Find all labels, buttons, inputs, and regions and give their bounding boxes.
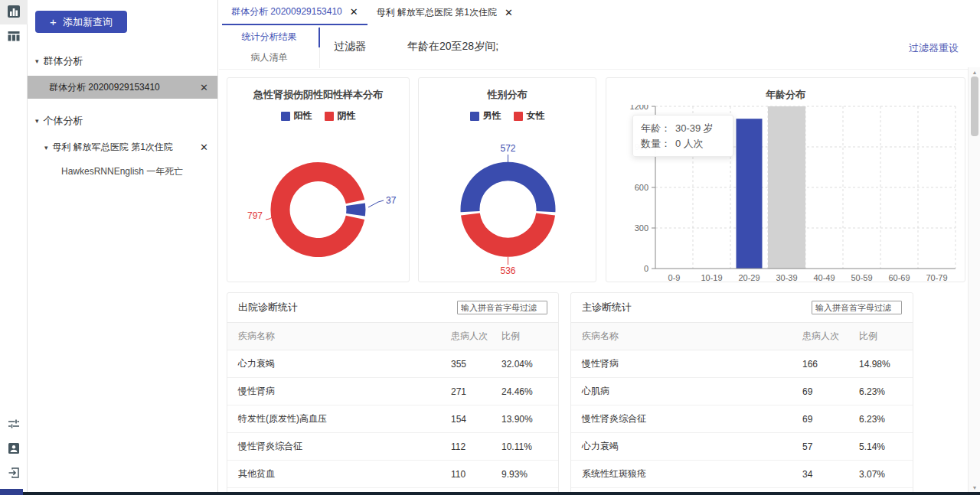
svg-text:10-19: 10-19 — [701, 273, 722, 282]
scroll-down-arrow-icon[interactable]: ▼ — [969, 483, 980, 492]
svg-text:0-9: 0-9 — [668, 273, 681, 282]
chart-title: 急性肾损伤阴性阳性样本分布 — [227, 88, 409, 102]
icon-rail — [0, 0, 28, 495]
donut-slice-female[interactable] — [461, 213, 555, 257]
tree-item-query[interactable]: 群体分析 20200929153410 ✕ — [28, 76, 217, 99]
tab-bar: 群体分析 20200929153410 ✕ 母利 解放军总医院 第1次住院 ✕ — [219, 0, 980, 25]
tab-label: 母利 解放军总医院 第1次住院 — [377, 6, 497, 19]
legend-item-negative[interactable]: 阴性 — [325, 109, 356, 122]
svg-text:40-49: 40-49 — [813, 273, 835, 282]
tree-group-label: 个体分析 — [44, 114, 83, 128]
logout-icon — [7, 466, 21, 482]
table-header-row: 疾病名称 患病人次 比例 — [227, 322, 558, 350]
close-icon[interactable]: ✕ — [505, 8, 513, 18]
table-row[interactable]: 特发性(原发性)高血压 154 13.90% — [227, 405, 558, 433]
filter-reset-link[interactable]: 过滤器重设 — [909, 41, 959, 55]
aki-donut-chart[interactable]: 37 797 — [227, 122, 409, 282]
pinyin-filter-input[interactable] — [812, 301, 902, 314]
legend-item-male[interactable]: 男性 — [470, 109, 501, 122]
svg-text:70-79: 70-79 — [926, 273, 947, 282]
filter-label: 过滤器 — [334, 40, 366, 54]
tab-label: 群体分析 20200929153410 — [231, 5, 342, 18]
table-row[interactable]: 慢性肾炎综合征 69 6.23% — [571, 405, 913, 433]
gender-distribution-card: 性别分布 男性 女性 572 536 — [418, 77, 596, 282]
bar-20-29[interactable] — [737, 119, 763, 269]
tree-item-model[interactable]: HawkesRNNEnglish 一年死亡 — [28, 159, 217, 178]
tooltip-value: 30-39 岁 — [675, 121, 714, 136]
legend-item-positive[interactable]: 阳性 — [281, 109, 312, 122]
svg-text:50-59: 50-59 — [851, 273, 872, 282]
vertical-scrollbar[interactable]: ▲ ▼ — [968, 67, 980, 492]
tooltip-label: 数量： — [641, 136, 671, 151]
account-nav[interactable] — [0, 437, 28, 461]
chevron-down-icon: ▾ — [44, 144, 48, 151]
table-row[interactable]: 心力衰竭 57 5.14% — [571, 433, 913, 461]
svg-text:30-39: 30-39 — [776, 273, 797, 282]
table-header-row: 疾病名称 患病人次 比例 — [571, 322, 913, 350]
data-columns-nav[interactable] — [0, 24, 28, 49]
table-title: 出院诊断统计 — [238, 301, 298, 314]
logout-nav[interactable] — [0, 461, 28, 486]
add-query-label: 添加新查询 — [63, 15, 113, 29]
subtab-patient-list[interactable]: 病人清单 — [219, 47, 319, 68]
chart-tooltip: 年龄： 30-39 岁 数量： 0 人次 — [632, 115, 733, 157]
chart-title: 性别分布 — [419, 88, 596, 102]
table-row[interactable]: 心肌病 69 6.23% — [571, 378, 913, 405]
svg-text:600: 600 — [635, 183, 648, 192]
scroll-up-arrow-icon[interactable]: ▲ — [969, 67, 980, 77]
table-row[interactable]: 心力衰竭 355 32.04% — [227, 350, 558, 378]
legend-swatch — [281, 112, 290, 121]
legend-item-female[interactable]: 女性 — [514, 109, 545, 122]
chart-title: 年龄分布 — [606, 88, 965, 102]
table-row[interactable]: 系统性红斑狼疮 34 3.07% — [571, 461, 913, 488]
tree-group-individual[interactable]: ▾ 个体分析 — [28, 109, 217, 132]
primary-diagnosis-card: 主诊断统计 疾病名称 患病人次 比例 慢性肾病 166 14.98% 心肌病 6… — [570, 292, 913, 492]
add-query-button[interactable]: + 添加新查询 — [35, 11, 127, 33]
sub-tabs: 统计分析结果 病人清单 — [219, 27, 320, 68]
age-distribution-card: 年龄分布 — [606, 77, 965, 282]
subtab-statistics[interactable]: 统计分析结果 — [219, 27, 319, 47]
donut-slice-positive[interactable] — [346, 203, 365, 216]
col-patient-count: 患病人次 — [451, 330, 501, 343]
table-row[interactable]: 慢性肾炎综合征 112 10.11% — [227, 433, 558, 461]
table-row[interactable]: 慢性肾病 166 14.98% — [571, 350, 913, 378]
active-subtab-indicator — [318, 28, 320, 47]
pinyin-filter-input[interactable] — [457, 301, 547, 314]
tree-group-population[interactable]: ▾ 群体分析 — [28, 50, 217, 73]
tree-item-patient[interactable]: ▾ 母利 解放军总医院 第1次住院 ✕ — [28, 135, 217, 159]
close-icon[interactable]: ✕ — [200, 83, 208, 93]
legend-label: 阳性 — [294, 109, 312, 122]
slice-value-negative: 797 — [247, 210, 263, 221]
col-ratio: 比例 — [859, 330, 902, 343]
tree-item-label: 群体分析 20200929153410 — [49, 81, 160, 94]
legend-label: 阴性 — [338, 109, 356, 122]
svg-text:60-69: 60-69 — [888, 273, 910, 282]
discharge-diagnosis-card: 出院诊断统计 疾病名称 患病人次 比例 心力衰竭 355 32.04% 慢性肾病… — [227, 292, 559, 492]
col-disease-name: 疾病名称 — [238, 330, 451, 343]
table-row[interactable]: 慢性肾病 271 24.46% — [227, 378, 558, 405]
svg-text:300: 300 — [635, 223, 648, 233]
table-row[interactable]: 其他贫血 110 9.93% — [227, 461, 558, 488]
legend-label: 男性 — [483, 109, 501, 122]
chevron-down-icon: ▾ — [35, 117, 39, 125]
svg-text:0: 0 — [644, 264, 648, 273]
settings-nav[interactable] — [0, 412, 28, 437]
query-sidebar: + 添加新查询 ▾ 群体分析 群体分析 20200929153410 ✕ ▾ 个… — [28, 0, 218, 495]
close-icon[interactable]: ✕ — [350, 7, 358, 17]
scrollbar-thumb[interactable] — [971, 77, 978, 136]
plus-icon: + — [50, 16, 57, 28]
tree-item-label: 母利 解放军总医院 第1次住院 — [53, 141, 173, 154]
tab-patient[interactable]: 母利 解放军总医院 第1次住院 ✕ — [368, 0, 522, 25]
chevron-down-icon: ▾ — [35, 57, 39, 65]
analysis-charts-nav[interactable] — [0, 0, 28, 24]
close-icon[interactable]: ✕ — [200, 142, 208, 152]
slice-value-female: 536 — [500, 265, 515, 276]
tab-population-analysis[interactable]: 群体分析 20200929153410 ✕ — [222, 0, 368, 25]
label-line — [368, 200, 384, 207]
table-title: 主诊断统计 — [582, 301, 632, 314]
donut-slice-male[interactable] — [461, 162, 556, 213]
bottom-left-accent — [0, 489, 23, 495]
legend-swatch — [514, 112, 523, 121]
query-tree: ▾ 群体分析 群体分析 20200929153410 ✕ ▾ 个体分析 ▾ 母利… — [28, 50, 217, 178]
gender-donut-chart[interactable]: 572 536 — [419, 122, 596, 282]
